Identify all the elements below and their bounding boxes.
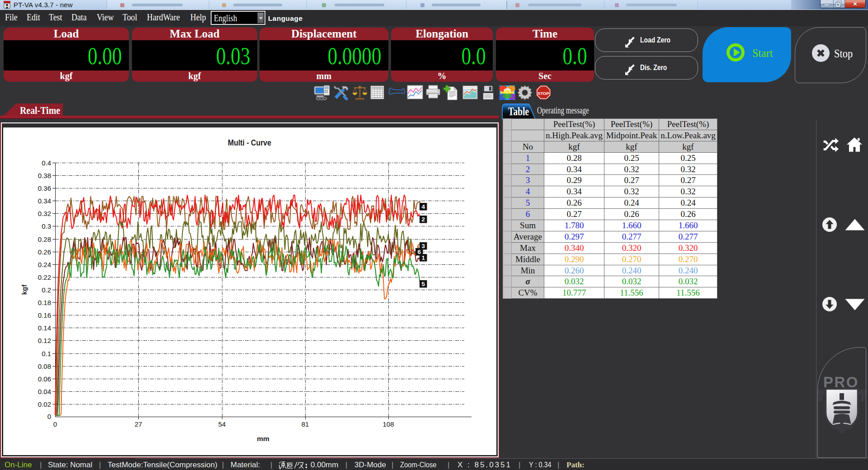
svg-text:0.22: 0.22: [38, 273, 51, 281]
svg-text:81: 81: [302, 420, 309, 428]
svg-text:0.28: 0.28: [38, 235, 51, 243]
svg-text:mm: mm: [257, 435, 269, 442]
svg-text:0.06: 0.06: [38, 375, 51, 383]
svg-text:1: 1: [421, 254, 425, 261]
svg-text:0.34: 0.34: [38, 197, 51, 205]
svg-text:0.3: 0.3: [42, 222, 51, 230]
svg-text:0.1: 0.1: [42, 350, 51, 357]
svg-text:0.2: 0.2: [42, 286, 51, 294]
svg-text:0.32: 0.32: [38, 210, 51, 217]
svg-text:27: 27: [135, 420, 142, 428]
svg-text:Real-Time: Real-Time: [20, 104, 60, 116]
svg-text:0.24: 0.24: [38, 261, 51, 268]
svg-text:5: 5: [421, 281, 425, 287]
svg-text:0.18: 0.18: [38, 299, 51, 306]
svg-text:0.36: 0.36: [38, 184, 51, 192]
svg-text:0: 0: [47, 413, 51, 420]
svg-text:Table: Table: [508, 105, 529, 118]
svg-text:2: 2: [421, 216, 425, 223]
svg-text:0.14: 0.14: [38, 324, 51, 332]
svg-text:STOP: STOP: [538, 91, 549, 96]
svg-text:0.08: 0.08: [38, 362, 51, 370]
svg-text:4: 4: [421, 203, 425, 210]
svg-text:0.38: 0.38: [38, 172, 51, 179]
svg-text:0.12: 0.12: [38, 337, 51, 344]
svg-text:0.26: 0.26: [38, 248, 51, 256]
svg-text:0.04: 0.04: [38, 388, 51, 395]
svg-text:0.02: 0.02: [38, 400, 51, 408]
svg-text:54: 54: [218, 420, 226, 428]
svg-text:0.4: 0.4: [42, 159, 51, 167]
svg-text:108: 108: [382, 420, 394, 428]
svg-text:kgf: kgf: [20, 284, 28, 295]
svg-text:0.16: 0.16: [38, 311, 51, 319]
svg-text:0: 0: [53, 420, 57, 428]
svg-text:Multi - Curve: Multi - Curve: [228, 138, 271, 147]
